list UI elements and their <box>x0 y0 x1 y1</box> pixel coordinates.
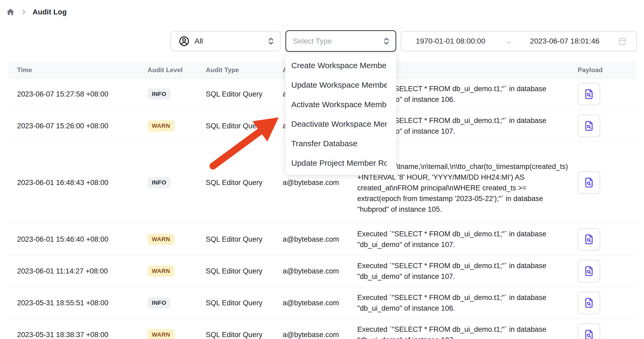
row-audit-type: SQL Editor Query <box>206 122 262 130</box>
audit-level-badge: INFO <box>148 177 170 188</box>
row-time: 2023-06-07 15:26:00 +08:00 <box>17 122 108 130</box>
breadcrumb: Audit Log <box>6 7 67 17</box>
table-row: 2023-05-31 18:55:51 +08:00 INFO SQL Edit… <box>8 287 636 319</box>
type-dropdown-option-label: Update Project Member Role <box>291 159 387 168</box>
calendar-icon <box>618 36 627 46</box>
row-audit-type: SQL Editor Query <box>206 299 262 307</box>
audit-level-badge: WARN <box>148 265 174 277</box>
payload-view-button[interactable] <box>578 260 600 282</box>
col-header-audit-type: Audit Type <box>206 62 283 78</box>
type-dropdown-option[interactable]: Transfer Database <box>285 134 396 153</box>
file-search-icon <box>583 233 595 245</box>
payload-view-button[interactable] <box>578 228 600 251</box>
payload-view-button[interactable] <box>578 292 600 314</box>
row-comment: Executed `"SELECT * FROM db_ui_demo.t1;"… <box>357 325 546 339</box>
row-audit-type: SQL Editor Query <box>206 179 262 187</box>
row-audit-type: SQL Editor Query <box>206 90 262 98</box>
row-time: 2023-05-31 18:55:51 +08:00 <box>17 299 108 307</box>
audit-level-badge: WARN <box>148 120 174 132</box>
file-search-icon <box>583 265 595 277</box>
file-search-icon <box>583 88 595 100</box>
row-time: 2023-06-01 16:48:43 +08:00 <box>17 179 108 187</box>
row-actor: a@bytebase.com <box>283 235 339 243</box>
audit-log-page: Audit Log All Select Type 1970-01-01 08:… <box>0 0 644 339</box>
row-comment: Executed `"SELECT * FROM db_ui_demo.t1;"… <box>357 262 546 280</box>
date-range-picker[interactable]: 1970-01-01 08:00:00 → 2023-06-07 18:01:4… <box>401 31 637 51</box>
select-arrows-icon <box>266 36 276 46</box>
row-time: 2023-06-01 11:14:27 +08:00 <box>17 267 108 275</box>
col-header-time: Time <box>8 62 148 78</box>
row-audit-type: SQL Editor Query <box>206 235 262 243</box>
type-dropdown-option-label: Transfer Database <box>291 139 387 148</box>
row-actor: a@bytebase.com <box>283 179 339 187</box>
row-actor: a@bytebase.com <box>283 267 339 275</box>
range-arrow-icon: → <box>503 36 512 46</box>
audit-level-badge: INFO <box>148 88 170 100</box>
payload-view-button[interactable] <box>578 83 600 105</box>
col-header-payload: Payload <box>572 62 636 78</box>
audit-level-badge: WARN <box>148 329 174 339</box>
type-dropdown-option-label: Create Workspace Member <box>291 61 387 70</box>
actor-filter-value: All <box>195 37 266 45</box>
actor-filter-select[interactable]: All <box>170 31 281 51</box>
col-header-audit-level: Audit Level <box>148 62 206 78</box>
file-search-icon <box>583 329 595 339</box>
row-time: 2023-06-07 15:27:58 +08:00 <box>17 90 108 98</box>
user-circle-icon <box>179 36 190 47</box>
table-row: 2023-06-01 11:14:27 +08:00 WARN SQL Edit… <box>8 255 636 287</box>
home-icon[interactable] <box>6 7 15 17</box>
row-actor: a@bytebase.com <box>283 331 339 339</box>
range-start-value: 1970-01-01 08:00:00 <box>416 37 485 45</box>
range-end-value: 2023-06-07 18:01:46 <box>530 37 599 45</box>
select-arrows-icon <box>382 36 391 46</box>
row-time: 2023-06-01 15:46:40 +08:00 <box>17 235 108 243</box>
payload-view-button[interactable] <box>578 171 600 194</box>
type-dropdown-menu: Create Workspace MemberUpdate Workspace … <box>285 53 396 175</box>
table-row: 2023-05-31 18:38:37 +08:00 WARN SQL Edit… <box>8 319 636 339</box>
row-audit-type: SQL Editor Query <box>206 331 262 339</box>
type-filter-select[interactable]: Select Type <box>285 30 396 52</box>
payload-view-button[interactable] <box>578 115 600 137</box>
file-search-icon <box>583 177 595 188</box>
page-title: Audit Log <box>33 8 67 16</box>
type-dropdown-option-label: Deactivate Workspace Member <box>291 120 387 129</box>
file-search-icon <box>583 120 595 132</box>
type-dropdown-option[interactable]: Update Workspace Member <box>285 75 396 95</box>
chevron-right-icon <box>20 9 27 16</box>
row-comment: Executed `"SELECT * FROM db_ui_demo.t1;"… <box>357 230 546 249</box>
type-filter-placeholder: Select Type <box>293 37 382 45</box>
type-dropdown-option[interactable]: Activate Workspace Member <box>285 95 396 114</box>
type-dropdown-option-label: Update Workspace Member <box>291 80 387 90</box>
type-dropdown-option-label: Activate Workspace Member <box>291 100 387 109</box>
audit-level-badge: INFO <box>148 297 170 309</box>
type-dropdown-option[interactable]: Update Project Member Role <box>285 153 396 173</box>
table-row: 2023-06-01 15:46:40 +08:00 WARN SQL Edit… <box>8 224 636 255</box>
file-search-icon <box>583 297 595 309</box>
row-comment: Executed `"SELECT * FROM db_ui_demo.t1;"… <box>357 294 546 312</box>
audit-level-badge: WARN <box>148 234 174 245</box>
payload-view-button[interactable] <box>578 323 600 339</box>
type-dropdown-option[interactable]: Create Workspace Member <box>285 56 396 75</box>
row-audit-type: SQL Editor Query <box>206 267 262 275</box>
row-actor: a@bytebase.com <box>283 299 339 307</box>
row-time: 2023-05-31 18:38:37 +08:00 <box>17 331 108 339</box>
type-dropdown-option[interactable]: Deactivate Workspace Member <box>285 114 396 134</box>
